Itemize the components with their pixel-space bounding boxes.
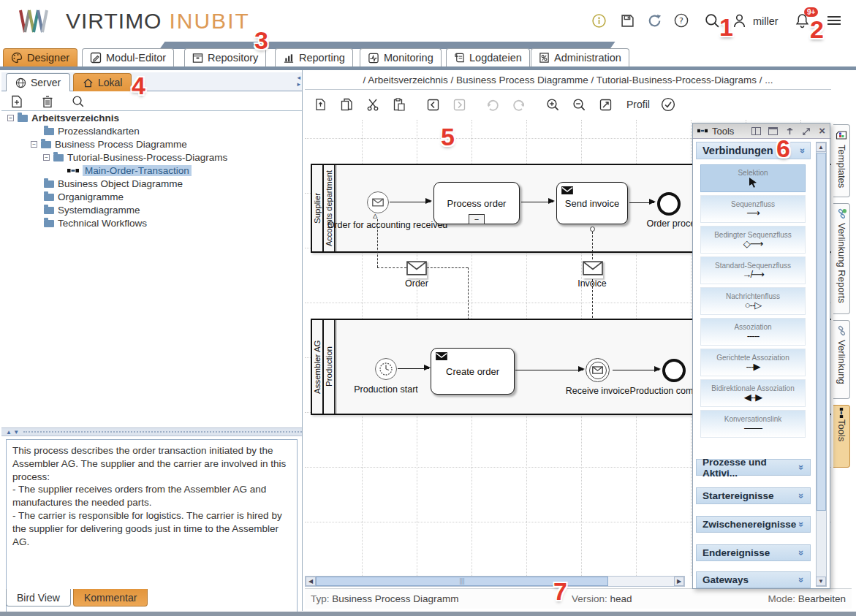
tab-administration[interactable]: Administration [531,48,629,66]
tool-gerichtete-assoziation[interactable]: Gerichtete Assoziation ---▶ [700,349,806,376]
new-diagram-icon[interactable] [9,94,25,110]
tab-bird-view[interactable]: Bird View [6,589,71,607]
fit-to-window-icon[interactable] [597,96,613,113]
section-gateways[interactable]: Gateways» [696,571,811,588]
scroll-right-button[interactable]: ▶ [674,577,684,586]
menu-hamburger-icon[interactable] [826,12,842,28]
sidebar-splitter[interactable]: ▲ ▼ [1,427,302,436]
undo-icon[interactable] [511,96,527,113]
expand-toggle-icon[interactable]: − [43,154,50,161]
message-invoice[interactable] [583,261,603,278]
tab-modul-editor[interactable]: Modul-Editor [82,48,174,66]
tree-item-label: Tutorial-Business-Process-Diagrams [67,152,227,163]
validate-check-icon[interactable] [660,96,676,113]
subprocess-marker[interactable]: − [469,214,485,224]
breadcrumb[interactable]: / Arbeitsverzeichnis / Business Process … [305,71,831,90]
tree-item-selected[interactable]: Main-Order-Transaction [1,164,302,177]
intermediate-event-receive-invoice[interactable] [586,358,610,382]
tree-item[interactable]: − Tutorial-Business-Process-Diagrams [1,151,302,164]
delete-trash-icon[interactable] [39,94,56,110]
zoom-out-icon[interactable] [571,96,587,113]
tool-assoziation[interactable]: Assoziation ----- [700,318,806,346]
end-event-order-processed[interactable] [657,192,681,216]
side-tab-templates[interactable]: Templates [833,124,850,197]
tools-panel-titlebar[interactable]: Tools × [693,123,830,139]
tools-scrollbar[interactable]: ▲ ▼ [816,142,827,587]
refresh-icon[interactable] [646,12,662,28]
expand-toggle-icon[interactable]: − [31,141,37,148]
paste-icon[interactable] [391,96,407,113]
timer-icon [379,362,393,376]
canvas-toolbar: Profil [305,90,831,119]
side-tab-tools[interactable]: Tools [833,405,850,468]
task-send-invoice[interactable]: Send invoice [556,182,628,224]
tree-item-label: Main-Order-Transaction [83,165,192,176]
help-icon[interactable]: ? [673,12,689,28]
cut-scissors-icon[interactable] [365,96,381,113]
tree-item[interactable]: Technical Workflows [1,217,302,229]
tree-item[interactable]: Systemdiagramme [1,204,302,216]
copy-icon[interactable] [338,96,355,113]
info-icon[interactable] [591,12,607,28]
panel-maximize-icon[interactable] [768,127,778,135]
tab-reporting[interactable]: Reporting [275,48,353,66]
tree-item-root[interactable]: − Arbeitsverzeichnis [1,112,302,124]
side-tab-verlinkung[interactable]: Verlinkung [833,320,850,399]
section-verbindungen-header[interactable]: Verbindungen « [696,142,811,159]
scrollbar-thumb[interactable] [817,153,826,511]
end-event-production-completed[interactable] [662,359,686,382]
section-prozesse-und-aktivitaeten[interactable]: Prozesse und Aktivi...» [696,459,811,476]
redo-icon[interactable] [485,96,501,113]
tab-monitoring[interactable]: Monitoring [360,48,442,66]
side-tab-verlinkung-reports[interactable]: Verlinkung Reports [833,203,850,314]
search-icon[interactable] [704,12,720,28]
panel-close-icon[interactable]: × [819,127,825,135]
tool-konversationslink[interactable]: Konversationslink —— [700,410,806,438]
message-order[interactable] [406,261,427,278]
task-process-order[interactable]: Process order − [433,182,520,224]
timer-start-event[interactable] [375,358,397,380]
scroll-up-button[interactable]: ▲ [816,142,826,152]
tool-bidirektionale-assoziation[interactable]: Bidirektionale Assoziation ◀--▶ [700,379,806,407]
sidebar-collapse-arrows[interactable]: ◂▸ [297,75,300,88]
panel-detach-icon[interactable] [802,127,811,135]
tree-item[interactable]: − Business Process Diagramme [1,138,302,151]
horizontal-scrollbar[interactable]: ◀ ▶ [305,576,685,587]
zoom-in-icon[interactable] [545,96,561,113]
tab-lokal[interactable]: Lokal [73,73,132,91]
tree-item[interactable]: Prozesslandkarten [1,125,302,137]
scroll-down-button[interactable]: ▼ [816,577,826,586]
navigate-forward-icon[interactable] [451,96,467,113]
section-zwischenereignisse[interactable]: Zwischenereignisse» [696,516,811,533]
scroll-left-button[interactable]: ◀ [306,577,316,586]
tool-bedingter-sequenzfluss[interactable]: Bedingter Sequenzfluss ◇⟶ [700,226,806,254]
tree-item[interactable]: Organigramme [1,191,302,203]
navigate-back-icon[interactable] [425,96,441,113]
tool-label: Sequenzfluss [731,200,775,208]
panel-columns-icon[interactable] [751,127,761,135]
tab-server[interactable]: Server [6,73,70,91]
section-startereignisse[interactable]: Startereignisse» [696,487,811,504]
tool-nachrichtenfluss[interactable]: Nachrichtenfluss ○--▷ [700,287,806,315]
section-endereignisse[interactable]: Endereignisse» [696,544,811,561]
tree-item[interactable]: Business Object Diagramme [1,178,302,190]
tool-selektion[interactable]: Selektion [700,164,806,192]
tools-panel-title: Tools [712,126,744,137]
tree-search-icon[interactable] [70,94,86,110]
save-icon[interactable] [619,12,635,28]
folder-icon [41,141,51,148]
tool-sequenzfluss[interactable]: Sequenzfluss ⟶ [700,195,806,223]
tool-standard-sequenzfluss[interactable]: Standard-Sequenzfluss ↛⟶ [700,256,806,284]
section-label: Endereignisse [702,547,770,558]
export-diagram-icon[interactable] [312,96,328,113]
task-create-order[interactable]: Create order [431,348,515,395]
tab-logdateien[interactable]: Logdateien [446,48,530,66]
tab-kommentar[interactable]: Kommentar [73,589,148,607]
panel-pin-icon[interactable] [785,127,795,135]
user-icon[interactable] [731,12,747,28]
profil-button[interactable]: Profil [626,99,650,110]
expand-toggle-icon[interactable]: − [7,115,14,121]
tab-designer[interactable]: Designer [3,48,77,66]
start-event-order-received[interactable] [367,191,389,213]
username-label[interactable]: miller [753,15,779,27]
